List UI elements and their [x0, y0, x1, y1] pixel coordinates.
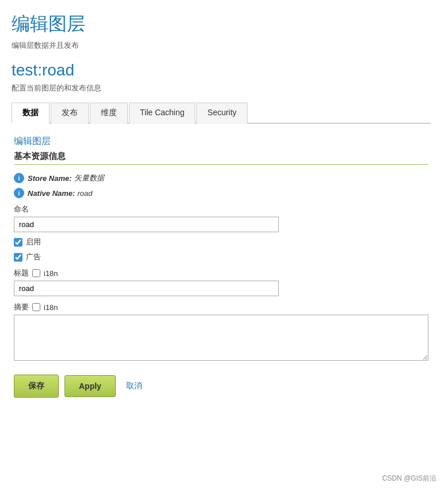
native-name-label: Native Name:: [28, 189, 75, 198]
title-input[interactable]: [14, 281, 279, 296]
title-i18n-checkbox[interactable]: [32, 269, 40, 277]
tab-data[interactable]: 数据: [12, 103, 50, 124]
store-name-label: Store Name:: [28, 174, 72, 183]
title-label: 标题: [14, 268, 29, 278]
cancel-button[interactable]: 取消: [122, 375, 147, 397]
layer-name: test:road: [12, 61, 431, 80]
enabled-row: 启用: [14, 237, 428, 247]
title-i18n-label: i18n: [44, 269, 58, 278]
layer-desc: 配置当前图层的和发布信息: [12, 83, 431, 93]
tab-publish[interactable]: 发布: [51, 103, 89, 124]
store-name-value: 矢量数据: [74, 173, 104, 183]
abstract-i18n-label: i18n: [44, 303, 58, 312]
tab-dimension[interactable]: 维度: [90, 103, 128, 124]
tab-tile-caching[interactable]: Tile Caching: [129, 103, 195, 124]
native-name-row: i Native Name: road: [14, 188, 428, 198]
page-main-title: 编辑图层: [12, 12, 431, 37]
name-input[interactable]: [14, 217, 279, 232]
save-button[interactable]: 保存: [14, 375, 59, 398]
abstract-textarea[interactable]: [14, 315, 428, 361]
advertised-row: 广告: [14, 252, 428, 262]
enabled-checkbox[interactable]: [14, 238, 22, 247]
native-name-value: road: [77, 189, 92, 198]
advertised-label: 广告: [26, 252, 41, 262]
abstract-label: 摘要: [14, 302, 29, 312]
advertised-checkbox[interactable]: [14, 253, 22, 262]
tab-security[interactable]: Security: [196, 103, 248, 124]
button-bar: 保存 Apply 取消: [14, 375, 428, 398]
form-section-subtitle: 基本资源信息: [14, 151, 428, 165]
enabled-label: 启用: [26, 237, 41, 247]
native-name-icon: i: [14, 188, 24, 198]
abstract-label-row: 摘要 i18n: [14, 302, 428, 312]
content-area: 编辑图层 基本资源信息 i Store Name: 矢量数据 i Native …: [12, 135, 431, 398]
store-name-icon: i: [14, 173, 24, 183]
store-name-row: i Store Name: 矢量数据: [14, 173, 428, 183]
watermark: CSDN @GIS前沿: [382, 474, 436, 483]
tab-bar: 数据 发布 维度 Tile Caching Security: [12, 101, 431, 124]
page-subtitle: 编辑层数据并且发布: [12, 40, 431, 51]
abstract-i18n-checkbox[interactable]: [32, 303, 40, 311]
apply-button[interactable]: Apply: [64, 375, 116, 397]
form-section-title: 编辑图层: [14, 135, 428, 148]
name-field-label: 命名: [14, 204, 428, 214]
title-label-row: 标题 i18n: [14, 268, 428, 278]
